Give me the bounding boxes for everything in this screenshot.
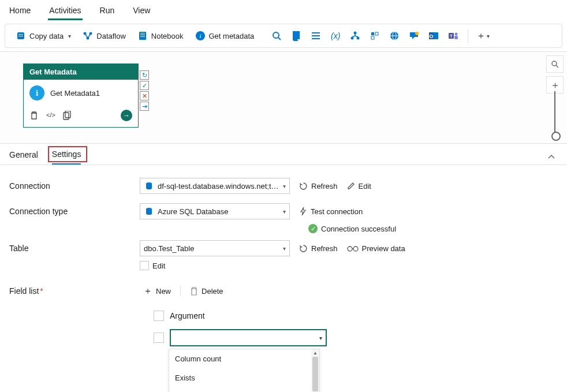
row-checkbox[interactable] <box>154 333 164 343</box>
outlook-icon[interactable]: O <box>425 28 442 44</box>
glasses-icon <box>347 245 359 252</box>
copy-icon[interactable] <box>63 111 71 120</box>
svg-point-47 <box>353 247 358 251</box>
align-icon[interactable] <box>366 28 383 44</box>
property-tab-bar: General Settings <box>0 144 567 165</box>
activity-card-get-metadata[interactable]: Get Metadata i Get Metadata1 </> → <box>23 64 139 128</box>
connector-skip-icon[interactable]: ⇥ <box>140 102 149 111</box>
chevron-down-icon: ▾ <box>319 335 322 341</box>
chevron-down-icon: ▾ <box>68 33 71 39</box>
svg-text:i: i <box>199 32 201 39</box>
svg-rect-36 <box>64 113 69 120</box>
dropdown-option[interactable]: Exists <box>169 368 319 387</box>
test-connection-button[interactable]: Test connection <box>299 207 363 216</box>
run-icon[interactable]: → <box>121 110 132 121</box>
svg-rect-2 <box>18 36 23 36</box>
toolbar-divider <box>468 29 468 43</box>
notebook-icon <box>137 31 148 41</box>
svg-rect-16 <box>312 35 320 36</box>
new-label: New <box>156 287 171 296</box>
toolbar-copy-data[interactable]: Copy data ▾ <box>11 28 76 43</box>
table-refresh-button[interactable]: Refresh <box>299 244 338 253</box>
table-value: dbo.Test_Table <box>144 244 279 253</box>
argument-table: Argument ▾ <box>154 308 327 346</box>
connector-success-icon[interactable]: ✓ <box>140 81 149 90</box>
dropdown-option[interactable]: Structure <box>169 387 319 392</box>
collapse-panel-icon[interactable] <box>547 153 558 161</box>
toolbar-get-metadata[interactable]: i Get metadata <box>191 28 259 43</box>
svg-point-46 <box>348 247 352 251</box>
connector-refresh-icon[interactable]: ↻ <box>140 70 149 80</box>
dropdown-scrollbar[interactable]: ▲ ▼ <box>311 349 319 392</box>
argument-column-header: Argument <box>170 311 205 320</box>
check-icon: ✓ <box>308 224 318 233</box>
field-list-label: Field list* <box>9 286 130 296</box>
script-icon[interactable] <box>288 28 305 44</box>
svg-point-45 <box>146 212 152 215</box>
tab-general[interactable]: General <box>9 150 38 164</box>
svg-rect-21 <box>371 32 374 35</box>
search-icon[interactable] <box>268 28 285 44</box>
toolbar-notebook-label: Notebook <box>151 32 184 40</box>
delete-button[interactable]: Delete <box>186 286 227 297</box>
svg-point-42 <box>146 187 152 189</box>
web-icon[interactable] <box>386 28 403 44</box>
toolbar-dataflow[interactable]: Dataflow <box>78 28 130 43</box>
svg-point-12 <box>273 32 279 38</box>
refresh-label: Refresh <box>311 182 338 191</box>
svg-point-27 <box>415 32 419 35</box>
toolbar-notebook[interactable]: Notebook <box>133 28 188 43</box>
svg-text:O: O <box>430 33 434 39</box>
tab-activities[interactable]: Activities <box>48 3 82 20</box>
list-icon[interactable] <box>307 28 324 44</box>
canvas-timeline[interactable] <box>554 91 555 137</box>
svg-rect-37 <box>65 111 70 118</box>
row-field-list: Field list* ＋ New Delete <box>9 279 558 303</box>
svg-rect-14 <box>293 31 300 39</box>
hierarchy-icon[interactable] <box>346 28 364 44</box>
svg-rect-15 <box>312 32 320 33</box>
edit-button[interactable]: Edit <box>347 182 371 191</box>
connection-status-text: Connection successful <box>321 225 396 233</box>
code-icon[interactable]: </> <box>46 111 56 120</box>
table-dropdown[interactable]: dbo.Test_Table ▾ <box>140 240 290 256</box>
canvas-search-icon[interactable] <box>546 55 564 73</box>
delete-icon[interactable] <box>29 111 39 120</box>
chat-icon[interactable] <box>405 28 423 44</box>
connection-type-dropdown[interactable]: Azure SQL Database ▾ <box>140 203 290 219</box>
refresh-button[interactable]: Refresh <box>299 182 338 191</box>
edit-checkbox[interactable] <box>140 261 149 270</box>
svg-rect-8 <box>140 35 145 35</box>
teams-icon[interactable]: T <box>445 28 462 44</box>
argument-dropdown[interactable]: ▾ <box>170 329 327 346</box>
info-icon: i <box>29 85 44 100</box>
tab-view[interactable]: View <box>132 3 151 20</box>
add-button[interactable]: ＋▾ <box>474 28 491 44</box>
chevron-down-icon: ▾ <box>283 245 286 252</box>
tab-run[interactable]: Run <box>99 3 116 20</box>
connection-label: Connection <box>9 181 130 191</box>
connector-fail-icon[interactable]: ✕ <box>140 91 149 100</box>
table-label: Table <box>9 244 130 253</box>
connection-type-label: Connection type <box>9 207 130 216</box>
tab-settings[interactable]: Settings <box>52 150 81 165</box>
pipeline-canvas[interactable]: Get Metadata i Get Metadata1 </> → ↻ ✓ ✕… <box>0 51 567 144</box>
select-all-checkbox[interactable] <box>154 311 164 321</box>
dropdown-option[interactable]: Column count <box>169 349 319 368</box>
connection-type-value: Azure SQL Database <box>158 207 279 216</box>
svg-rect-7 <box>140 33 145 33</box>
scrollbar-thumb[interactable] <box>312 357 318 391</box>
svg-point-18 <box>354 32 357 35</box>
refresh-icon <box>299 244 308 253</box>
edit-label: Edit <box>359 182 371 191</box>
toolbar-get-metadata-label: Get metadata <box>209 32 255 40</box>
preview-data-button[interactable]: Preview data <box>347 244 405 253</box>
svg-point-33 <box>455 33 458 36</box>
variable-icon[interactable]: (x) <box>327 28 344 44</box>
database-icon <box>144 206 154 216</box>
new-button[interactable]: ＋ New <box>140 284 174 298</box>
toolbar: Copy data ▾ Dataflow Notebook i Get meta… <box>5 24 562 48</box>
connection-dropdown[interactable]: df-sql-test.database.windows.net;tes… ▾ <box>140 178 290 194</box>
svg-rect-23 <box>371 36 374 39</box>
tab-home[interactable]: Home <box>8 3 32 20</box>
